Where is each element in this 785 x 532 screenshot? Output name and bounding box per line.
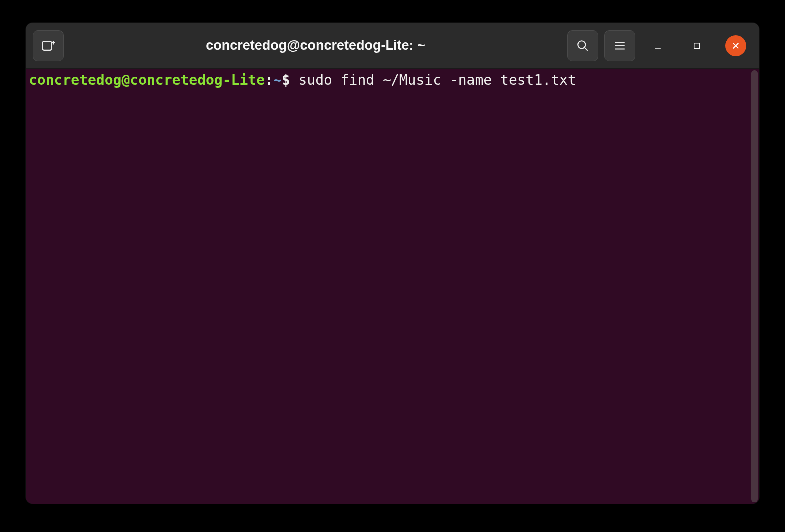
svg-point-3 [578, 41, 585, 48]
terminal-body-wrap: concretedog@concretedog-Lite:~$ sudo fin… [26, 69, 759, 504]
maximize-icon [692, 41, 701, 50]
window-title: concretedog@concretedog-Lite: ~ [70, 38, 561, 53]
minimize-button[interactable] [647, 35, 668, 56]
maximize-button[interactable] [686, 35, 707, 56]
new-tab-button[interactable] [33, 30, 64, 61]
search-icon [576, 39, 589, 52]
command-text: sudo find ~/Music -name test1.txt [298, 72, 576, 88]
new-tab-icon [41, 38, 56, 53]
terminal-window: concretedog@concretedog-Lite: ~ [26, 23, 759, 504]
menu-button[interactable] [604, 30, 635, 61]
prompt-user-host: concretedog@concretedog-Lite [29, 72, 265, 88]
close-button[interactable] [725, 35, 746, 56]
prompt-sigil: $ [282, 72, 299, 88]
minimize-icon [653, 41, 663, 51]
prompt-colon: : [265, 72, 273, 88]
terminal-body[interactable]: concretedog@concretedog-Lite:~$ sudo fin… [26, 69, 751, 504]
hamburger-icon [613, 39, 626, 52]
titlebar[interactable]: concretedog@concretedog-Lite: ~ [26, 23, 759, 69]
svg-rect-0 [43, 41, 52, 50]
close-icon [731, 41, 740, 50]
search-button[interactable] [567, 30, 598, 61]
svg-line-4 [584, 47, 588, 51]
scrollbar[interactable] [751, 70, 758, 502]
prompt-cwd: ~ [273, 72, 282, 88]
svg-rect-9 [694, 43, 700, 48]
